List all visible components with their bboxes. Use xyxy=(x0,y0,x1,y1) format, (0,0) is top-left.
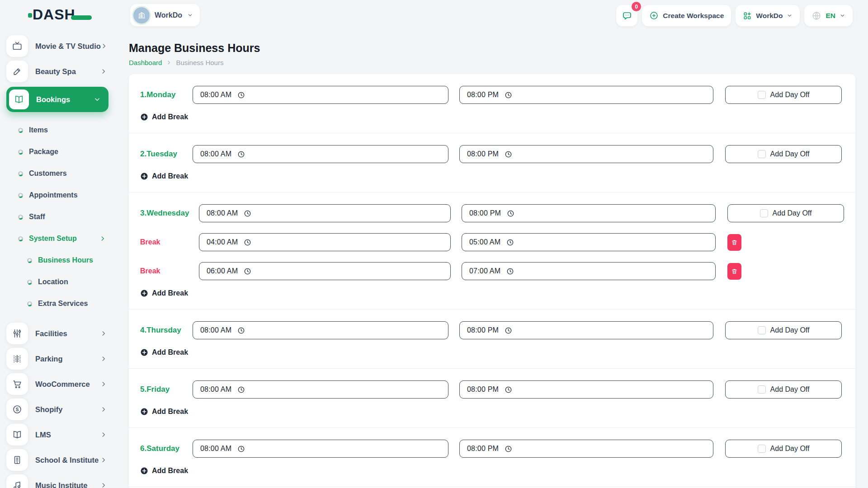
sidebar-item-woocommerce[interactable]: WooCommerce xyxy=(6,373,109,395)
day-off-checkbox[interactable] xyxy=(760,209,768,217)
delete-break-button[interactable] xyxy=(727,234,741,251)
sidebar-item-extra-services[interactable]: Extra Services xyxy=(6,293,118,314)
add-day-off-box[interactable]: Add Day Off xyxy=(725,145,842,163)
day-end-time-input[interactable]: 08:00 PM xyxy=(459,380,713,399)
add-break-button[interactable]: Add Break xyxy=(140,467,188,475)
add-day-off-box[interactable]: Add Day Off xyxy=(725,440,842,458)
bullet-icon xyxy=(27,301,32,306)
day-row: 2.Tuesday 08:00 AM 08:00 PM Add Day Off xyxy=(140,145,844,163)
day-section-4-thursday: 4.Thursday 08:00 AM 08:00 PM Add Day Off… xyxy=(129,310,855,369)
day-end-time-input[interactable]: 08:00 PM xyxy=(462,204,716,222)
day-off-checkbox[interactable] xyxy=(758,385,766,394)
language-selector[interactable]: EN xyxy=(804,5,853,26)
create-workspace-label: Create Workspace xyxy=(663,12,724,20)
add-break-label: Add Break xyxy=(152,113,188,121)
add-break-button[interactable]: Add Break xyxy=(140,348,188,357)
break-start-time-input[interactable]: 04:00 AM xyxy=(199,233,451,251)
day-end-time-input[interactable]: 08:00 PM xyxy=(459,145,713,163)
messages-count-badge: 0 xyxy=(632,2,641,11)
plus-filled-icon xyxy=(140,408,148,416)
clock-icon xyxy=(244,210,251,217)
sidebar-item-staff[interactable]: Staff xyxy=(6,206,118,228)
sidebar-item-package[interactable]: Package xyxy=(6,141,118,163)
day-label: 4.Thursday xyxy=(140,326,193,335)
day-off-checkbox[interactable] xyxy=(758,445,766,453)
day-row: 1.Monday 08:00 AM 08:00 PM Add Day Off xyxy=(140,86,844,104)
sidebar-item-appointments[interactable]: Appointments xyxy=(6,184,118,206)
add-day-off-box[interactable]: Add Day Off xyxy=(725,86,842,104)
add-break-button[interactable]: Add Break xyxy=(140,172,188,180)
break-row: Break 06:00 AM 07:00 AM xyxy=(140,262,844,280)
day-start-time-input[interactable]: 08:00 AM xyxy=(193,321,448,339)
brush-icon xyxy=(6,61,28,82)
add-break-button[interactable]: Add Break xyxy=(140,408,188,416)
page-title: Manage Business Hours xyxy=(129,42,855,55)
sidebar-item-beauty-spa[interactable]: Beauty Spa xyxy=(6,61,109,82)
create-workspace-button[interactable]: Create Workspace xyxy=(642,5,731,26)
add-break-label: Add Break xyxy=(152,348,188,357)
sidebar-item-system-setup[interactable]: System Setup xyxy=(6,228,118,249)
sidebar-item-shopify[interactable]: S Shopify xyxy=(6,399,109,420)
business-hours-card: 1.Monday 08:00 AM 08:00 PM Add Day Off A… xyxy=(129,74,855,488)
messages-button[interactable]: 0 xyxy=(616,5,637,26)
day-end-time-input[interactable]: 08:00 PM xyxy=(459,321,713,339)
app-logo[interactable]: DASH xyxy=(28,7,92,22)
chevron-down-icon xyxy=(187,12,193,18)
workdo-menu-button[interactable]: WorkDo xyxy=(736,5,800,26)
add-break-button[interactable]: Add Break xyxy=(140,113,188,121)
clock-icon xyxy=(505,386,512,394)
logo-text: DASH xyxy=(33,7,75,22)
sidebar-item-facilities[interactable]: Facilities xyxy=(6,323,109,344)
chevron-right-icon xyxy=(100,406,107,413)
plus-filled-icon xyxy=(140,348,148,357)
add-day-off-box[interactable]: Add Day Off xyxy=(725,321,842,339)
sidebar-item-customers[interactable]: Customers xyxy=(6,163,118,184)
bullet-icon xyxy=(27,258,32,263)
day-label: 5.Friday xyxy=(140,385,193,394)
day-section-3-wednesday: 3.Wednesday 08:00 AM 08:00 PM Add Day Of… xyxy=(129,192,855,310)
bullet-icon xyxy=(18,193,23,198)
day-start-time-input[interactable]: 08:00 AM xyxy=(193,440,448,458)
add-day-off-box[interactable]: Add Day Off xyxy=(725,380,842,399)
day-end-time-input[interactable]: 08:00 PM xyxy=(459,86,713,104)
break-end-time-input[interactable]: 07:00 AM xyxy=(462,262,716,280)
clock-icon xyxy=(244,239,251,246)
sidebar-item-business-hours[interactable]: Business Hours xyxy=(6,249,118,271)
sidebar-item-music-institute[interactable]: Music Institute xyxy=(6,474,109,488)
sidebar-item-movie-tv-studio[interactable]: Movie & TV Studio xyxy=(6,35,109,57)
breadcrumb-dashboard-link[interactable]: Dashboard xyxy=(129,59,162,66)
school-icon xyxy=(6,449,28,471)
break-start-time-input[interactable]: 06:00 AM xyxy=(199,262,451,280)
clock-icon xyxy=(244,267,251,275)
day-start-time-input[interactable]: 08:00 AM xyxy=(199,204,451,222)
sidebar-item-school-institute[interactable]: School & Institute xyxy=(6,449,109,471)
book-icon xyxy=(9,89,29,109)
clock-icon xyxy=(506,239,514,246)
day-start-time-input[interactable]: 08:00 AM xyxy=(193,145,448,163)
sidebar-item-items[interactable]: Items xyxy=(6,119,118,141)
clock-icon xyxy=(505,150,512,158)
logo-accent-dot xyxy=(28,13,32,18)
delete-break-button[interactable] xyxy=(727,263,741,280)
day-label: 2.Tuesday xyxy=(140,150,193,159)
clock-icon xyxy=(237,91,245,99)
clock-icon xyxy=(505,445,512,453)
sidebar-item-parking[interactable]: Parking xyxy=(6,348,109,370)
day-end-time-input[interactable]: 08:00 PM xyxy=(459,440,713,458)
day-off-checkbox[interactable] xyxy=(758,150,766,158)
sidebar-item-lms[interactable]: LMS xyxy=(6,424,109,446)
day-off-checkbox[interactable] xyxy=(758,91,766,99)
day-off-checkbox[interactable] xyxy=(758,326,766,334)
day-row: 6.Saturday 08:00 AM 08:00 PM Add Day Off xyxy=(140,440,844,458)
day-start-time-input[interactable]: 08:00 AM xyxy=(193,86,448,104)
workspace-selector[interactable]: WorkDo xyxy=(130,4,200,26)
bullet-icon xyxy=(18,150,23,155)
sidebar-item-location[interactable]: Location xyxy=(6,271,118,293)
break-end-time-input[interactable]: 05:00 AM xyxy=(462,233,716,251)
day-start-time-input[interactable]: 08:00 AM xyxy=(193,380,448,399)
sidebar-item-bookings[interactable]: Bookings xyxy=(6,87,108,112)
add-break-button[interactable]: Add Break xyxy=(140,289,188,297)
day-section-6-saturday: 6.Saturday 08:00 AM 08:00 PM Add Day Off… xyxy=(129,428,855,487)
add-day-off-box[interactable]: Add Day Off xyxy=(727,204,844,222)
bullet-icon xyxy=(18,236,23,241)
